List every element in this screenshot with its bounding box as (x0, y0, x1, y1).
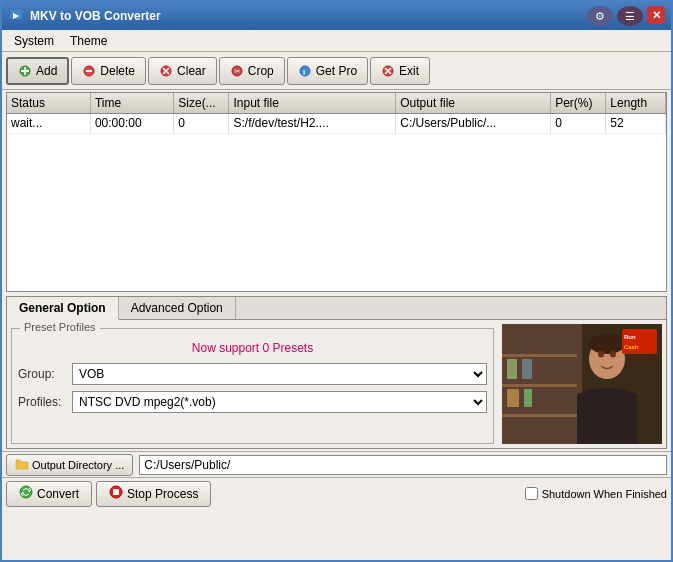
getpro-icon: i (298, 64, 312, 78)
main-window: MKV to VOB Converter ⚙ ☰ ✕ System Theme … (0, 0, 673, 562)
file-table-section: Status Time Size(... Input file Output f… (6, 92, 667, 292)
preset-support-text: Now support 0 Presets (18, 341, 487, 355)
svg-rect-22 (502, 414, 577, 417)
convert-icon (19, 485, 33, 502)
cell-time: 00:00:00 (90, 113, 173, 133)
exit-icon (381, 64, 395, 78)
svg-rect-27 (622, 329, 657, 354)
svg-rect-21 (502, 384, 577, 387)
clear-button[interactable]: Clear (148, 57, 217, 85)
menu-system[interactable]: System (6, 32, 62, 50)
stop-button[interactable]: Stop Process (96, 481, 211, 507)
profile-select[interactable]: NTSC DVD mpeg2(*.vob) (72, 391, 487, 413)
col-length: Length (606, 93, 666, 113)
svg-rect-20 (502, 354, 577, 357)
group-select[interactable]: VOB (72, 363, 487, 385)
svg-point-24 (589, 334, 625, 354)
settings-button[interactable]: ⚙ (587, 6, 613, 26)
col-per: Per(%) (551, 93, 606, 113)
output-path-input[interactable] (139, 455, 667, 475)
file-table-container: Status Time Size(... Input file Output f… (6, 92, 667, 292)
delete-icon (82, 64, 96, 78)
shutdown-checkbox[interactable] (525, 487, 538, 500)
content-area: Status Time Size(... Input file Output f… (2, 90, 671, 560)
getpro-label: Get Pro (316, 64, 357, 78)
app-icon (8, 8, 24, 24)
crop-label: Crop (248, 64, 274, 78)
cell-input: S:/f/dev/test/H2.... (229, 113, 396, 133)
group-label: Group: (18, 367, 68, 381)
table-row[interactable]: wait... 00:00:00 0 S:/f/dev/test/H2.... … (7, 113, 666, 133)
convert-button[interactable]: Convert (6, 481, 92, 507)
clear-label: Clear (177, 64, 206, 78)
tabs-bar: General Option Advanced Option (7, 297, 666, 320)
getpro-button[interactable]: i Get Pro (287, 57, 368, 85)
shutdown-option: Shutdown When Finished (525, 487, 667, 500)
profile-row: Profiles: NTSC DVD mpeg2(*.vob) (18, 391, 487, 413)
svg-rect-36 (113, 489, 119, 495)
video-svg: Run Cash (502, 324, 662, 444)
add-icon (18, 64, 32, 78)
preset-legend: Preset Profiles (20, 321, 100, 333)
svg-text:✂: ✂ (234, 67, 241, 76)
stop-label: Stop Process (127, 487, 198, 501)
exit-label: Exit (399, 64, 419, 78)
add-button[interactable]: Add (6, 57, 69, 85)
svg-rect-31 (522, 359, 532, 379)
menu-button[interactable]: ☰ (617, 6, 643, 26)
exit-button[interactable]: Exit (370, 57, 430, 85)
svg-rect-32 (507, 389, 519, 407)
cell-status: wait... (7, 113, 90, 133)
output-btn-label: Output Directory ... (32, 459, 124, 471)
col-status: Status (7, 93, 90, 113)
video-thumbnail: Run Cash (502, 324, 662, 444)
col-input: Input file (229, 93, 396, 113)
group-row: Group: VOB (18, 363, 487, 385)
cell-per: 0 (551, 113, 606, 133)
svg-point-34 (20, 486, 32, 498)
title-controls: ⚙ ☰ ✕ (587, 6, 665, 26)
options-content: Preset Profiles Now support 0 Presets Gr… (7, 320, 666, 448)
output-directory-button[interactable]: Output Directory ... (6, 454, 133, 476)
clear-icon (159, 64, 173, 78)
delete-button[interactable]: Delete (71, 57, 146, 85)
svg-text:Cash: Cash (624, 344, 638, 350)
output-bar: Output Directory ... (2, 451, 671, 477)
svg-text:Run: Run (624, 334, 636, 340)
profile-label: Profiles: (18, 395, 68, 409)
svg-rect-30 (507, 359, 517, 379)
col-output: Output file (396, 93, 551, 113)
crop-button[interactable]: ✂ Crop (219, 57, 285, 85)
toolbar: Add Delete Clear (2, 52, 671, 90)
close-button[interactable]: ✕ (647, 6, 665, 24)
tab-advanced[interactable]: Advanced Option (119, 297, 236, 319)
col-time: Time (90, 93, 173, 113)
stop-icon (109, 485, 123, 502)
preset-profiles-box: Preset Profiles Now support 0 Presets Gr… (11, 328, 494, 444)
cell-length: 52 (606, 113, 666, 133)
tab-general[interactable]: General Option (7, 297, 119, 320)
svg-text:i: i (303, 67, 305, 76)
window-title: MKV to VOB Converter (30, 9, 587, 23)
file-table: Status Time Size(... Input file Output f… (7, 93, 666, 134)
menu-bar: System Theme (2, 30, 671, 52)
video-frame: Run Cash (502, 324, 662, 444)
shutdown-label: Shutdown When Finished (542, 488, 667, 500)
cell-size: 0 (174, 113, 229, 133)
delete-label: Delete (100, 64, 135, 78)
action-bar: Convert Stop Process Shutdown When Finis… (2, 477, 671, 509)
options-section: General Option Advanced Option Preset Pr… (6, 296, 667, 449)
svg-point-26 (610, 351, 616, 358)
title-bar: MKV to VOB Converter ⚙ ☰ ✕ (2, 2, 671, 30)
svg-rect-33 (524, 389, 532, 407)
folder-icon (15, 458, 29, 472)
add-label: Add (36, 64, 57, 78)
crop-icon: ✂ (230, 64, 244, 78)
cell-output: C:/Users/Public/... (396, 113, 551, 133)
menu-theme[interactable]: Theme (62, 32, 115, 50)
svg-point-25 (598, 351, 604, 358)
convert-label: Convert (37, 487, 79, 501)
col-size: Size(... (174, 93, 229, 113)
